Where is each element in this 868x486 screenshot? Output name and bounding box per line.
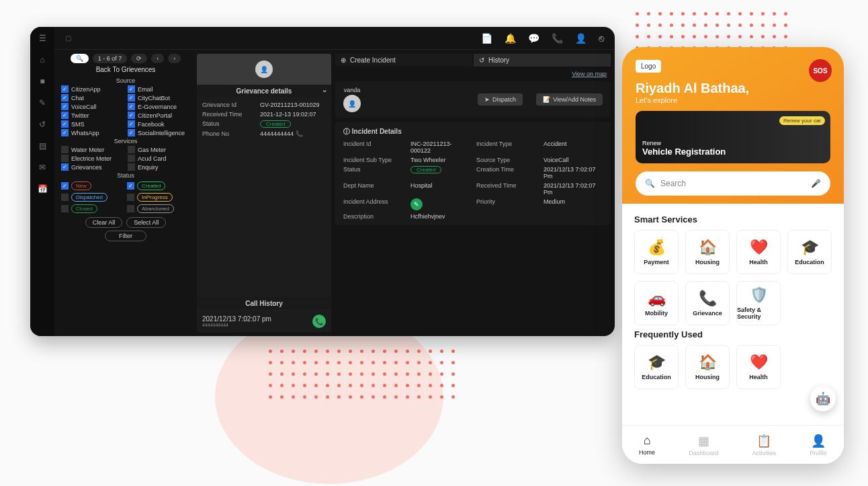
rail-icon[interactable]: ■ [40, 77, 44, 86]
rail-icon[interactable]: ✎ [39, 98, 46, 108]
promo-banner[interactable]: Renew your car Renew Vehicle Registratio… [636, 111, 830, 163]
call-icon[interactable]: 📞 [312, 315, 326, 328]
view-notes-button[interactable]: 📝 View/Add Notes [536, 93, 603, 106]
card-icon: 🏠 [699, 354, 717, 371]
card-icon: 🏠 [699, 239, 717, 256]
service-card[interactable]: 🏠Housing [685, 230, 730, 274]
call-history-item[interactable]: 2021/12/13 7:02:07 pm 4444444444 📞 [197, 310, 331, 332]
rail-icon[interactable]: ✉ [39, 163, 46, 172]
filter-button[interactable]: Filter [105, 231, 146, 241]
prev-page[interactable]: ‹ [151, 54, 164, 63]
incident-details-title: ⓘ Incident Details [343, 127, 603, 136]
edit-address-icon[interactable]: ✎ [410, 198, 423, 210]
grievance-panel: 👤 Grievance details Grievance Id GV-2021… [197, 54, 331, 332]
banner-big: Vehicle Registration [642, 147, 824, 157]
source-checkbox[interactable]: ✓Email [128, 85, 190, 93]
doc-icon[interactable]: 📄 [481, 33, 492, 44]
call-sub: 4444444444 [202, 323, 271, 327]
source-checkbox[interactable]: ✓CitizenPortal [128, 112, 190, 119]
source-checkbox[interactable]: ✓E-Governance [128, 103, 190, 110]
clear-all-button[interactable]: Clear All [85, 217, 123, 228]
card-icon: 🚗 [648, 290, 666, 307]
gv-phone-label: Phone No [202, 130, 256, 137]
chat-icon[interactable]: 💬 [528, 33, 539, 44]
source-checkbox[interactable]: ✓VoiceCall [61, 103, 124, 110]
tabbar-item[interactable]: 📋Activities [752, 434, 777, 456]
status-checkbox[interactable]: ✓Created [127, 181, 190, 190]
source-checkbox[interactable]: ✓WhatsApp [61, 129, 124, 136]
search-input[interactable]: 🔍 Search 🎤 [636, 171, 830, 196]
view-on-map-link[interactable]: View on map [335, 71, 611, 77]
tab-history[interactable]: ↺ History [474, 54, 611, 67]
chatbot-fab[interactable]: 🤖 [810, 386, 836, 411]
services-title: Services [58, 138, 193, 145]
service-card[interactable]: 🏠Housing [685, 345, 730, 389]
next-page[interactable]: › [168, 54, 181, 63]
sidebar-rail: ☰ ⌂ ■ ✎ ↺ ▤ ✉ 📅 [30, 27, 54, 336]
service-card[interactable]: 📞Grievance [685, 281, 730, 325]
filters-panel: 🔍 1 - 6 of 7 ⟳ ‹ › Back To Grievences So… [58, 54, 193, 332]
service-card[interactable]: 🎓Education [634, 345, 679, 389]
source-checkbox[interactable]: ✓Chat [61, 94, 124, 102]
service-card[interactable]: 🛡️Safety & Security [736, 281, 781, 325]
mic-icon[interactable]: 🎤 [811, 179, 821, 188]
service-checkbox[interactable]: Gas Meter [128, 146, 190, 153]
status-title: Status [58, 172, 193, 179]
menu-icon[interactable]: ☰ [39, 34, 46, 43]
search-icon: 🔍 [645, 179, 655, 188]
logout-icon[interactable]: ⎋ [599, 33, 604, 44]
grievance-details-header[interactable]: Grievance details [197, 85, 331, 97]
select-all-button[interactable]: Select All [126, 217, 166, 228]
status-checkbox[interactable]: Closed [61, 204, 124, 213]
gv-status-value: Created [260, 120, 291, 128]
source-checkbox[interactable]: ✓CityChatBot [128, 94, 190, 102]
service-checkbox[interactable]: Enquiry [128, 163, 190, 171]
service-checkbox[interactable]: Acud Card [128, 155, 190, 162]
status-checkbox[interactable]: ✓New [61, 181, 124, 190]
dispatch-button[interactable]: ➤ Dispatch [478, 93, 523, 106]
service-checkbox[interactable]: ✓Grievances [61, 163, 124, 171]
dots-decoration-bottom [269, 350, 455, 399]
tabbar-item[interactable]: ⌂Home [639, 434, 655, 456]
user-icon[interactable]: 👤 [575, 33, 587, 44]
source-checkbox[interactable]: ✓CitizenApp [61, 85, 124, 93]
caller-avatar: 👤 [343, 95, 361, 112]
card-icon: 🎓 [648, 354, 666, 371]
bell-icon[interactable]: 🔔 [505, 33, 516, 44]
sos-button[interactable]: SOS [809, 59, 832, 82]
caller-name: vanda [344, 87, 361, 93]
service-card[interactable]: 💰Payment [634, 230, 679, 274]
card-icon: ❤️ [750, 239, 768, 256]
service-card[interactable]: 🚗Mobility [634, 281, 679, 325]
rail-icon[interactable]: ↺ [39, 120, 46, 129]
gv-time-value: 2021-12-13 19:02:07 [260, 111, 326, 118]
incident-panel: ⊕ Create Incident ↺ History View on map … [335, 54, 611, 332]
service-checkbox[interactable]: Water Meter [61, 146, 124, 153]
service-card[interactable]: ❤️Health [736, 230, 781, 274]
source-checkbox[interactable]: ✓SocialIntelligence [128, 129, 190, 136]
source-checkbox[interactable]: ✓SMS [61, 120, 124, 128]
source-checkbox[interactable]: ✓Twitter [61, 112, 124, 119]
rail-icon[interactable]: 📅 [38, 184, 48, 194]
app-title: ▢ [65, 34, 71, 42]
card-icon: 📞 [699, 290, 717, 307]
smart-services-title: Smart Services [634, 214, 832, 225]
tabbar-item[interactable]: ▦Dashboard [689, 434, 718, 456]
tabbar-item[interactable]: 👤Profile [810, 434, 827, 456]
back-link[interactable]: Back To Grievences [58, 66, 193, 73]
status-checkbox[interactable]: InProgress [127, 193, 190, 202]
service-card[interactable]: ❤️Health [736, 345, 781, 389]
status-checkbox[interactable]: Dispatched [61, 193, 124, 202]
status-checkbox[interactable]: Abandoned [127, 204, 190, 213]
rail-icon[interactable]: ⌂ [40, 55, 44, 65]
refresh-icon[interactable]: ⟳ [131, 54, 147, 63]
tab-create-incident[interactable]: ⊕ Create Incident [335, 54, 472, 67]
source-checkbox[interactable]: ✓Facebook [128, 120, 190, 128]
phone-icon[interactable]: 📞 [552, 33, 563, 44]
frequently-used-title: Frequently Used [634, 329, 832, 339]
service-checkbox[interactable]: Electrice Meter [61, 155, 124, 162]
rail-icon[interactable]: ▤ [39, 141, 46, 151]
service-card[interactable]: 🎓Education [787, 230, 832, 274]
call-history-title: Call History [197, 297, 331, 310]
search-pill[interactable]: 🔍 [71, 54, 89, 63]
